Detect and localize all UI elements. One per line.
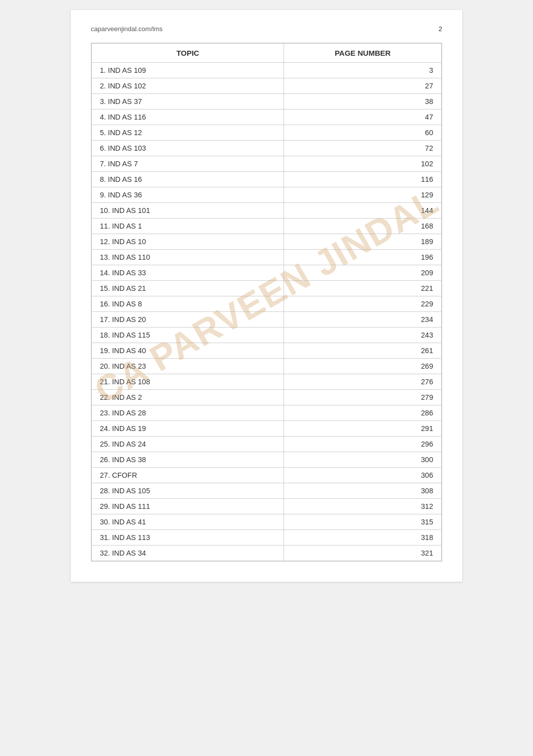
- page-cell: 243: [284, 328, 442, 343]
- page-cell: 315: [284, 514, 442, 530]
- table-row: 30. IND AS 41315: [92, 514, 442, 530]
- table-row: 11. IND AS 1168: [92, 219, 442, 234]
- page-cell: 168: [284, 219, 442, 234]
- table-row: 9. IND AS 36129: [92, 187, 442, 203]
- content-table: TOPIC PAGE NUMBER 1. IND AS 10932. IND A…: [91, 43, 442, 561]
- topic-cell: 26. IND AS 38: [92, 452, 284, 468]
- topic-cell: 32. IND AS 34: [92, 546, 284, 561]
- table-row: 3. IND AS 3738: [92, 94, 442, 110]
- page-cell: 279: [284, 390, 442, 405]
- page-cell: 209: [284, 265, 442, 281]
- table-row: 29. IND AS 111312: [92, 499, 442, 514]
- table-row: 26. IND AS 38300: [92, 452, 442, 468]
- page-cell: 144: [284, 203, 442, 219]
- topic-cell: 6. IND AS 103: [92, 141, 284, 156]
- page-cell: 196: [284, 250, 442, 265]
- page-cell: 3: [284, 63, 442, 78]
- table-row: 1. IND AS 1093: [92, 63, 442, 78]
- table-row: 18. IND AS 115243: [92, 328, 442, 343]
- page-cell: 321: [284, 546, 442, 561]
- topic-cell: 4. IND AS 116: [92, 110, 284, 125]
- page-cell: 189: [284, 234, 442, 250]
- topic-cell: 10. IND AS 101: [92, 203, 284, 219]
- topic-cell: 7. IND AS 7: [92, 156, 284, 172]
- table-row: 24. IND AS 19291: [92, 421, 442, 437]
- topic-cell: 12. IND AS 10: [92, 234, 284, 250]
- table-row: 6. IND AS 10372: [92, 141, 442, 156]
- page-cell: 129: [284, 187, 442, 203]
- topic-cell: 24. IND AS 19: [92, 421, 284, 437]
- page-cell: 306: [284, 468, 442, 483]
- topic-cell: 25. IND AS 24: [92, 437, 284, 452]
- table-row: 22. IND AS 2279: [92, 390, 442, 405]
- table-row: 8. IND AS 16116: [92, 172, 442, 187]
- page-cell: 38: [284, 94, 442, 110]
- topic-cell: 2. IND AS 102: [92, 78, 284, 94]
- table-row: 14. IND AS 33209: [92, 265, 442, 281]
- col-page-header: PAGE NUMBER: [284, 44, 442, 63]
- table-row: 17. IND AS 20234: [92, 312, 442, 328]
- page-cell: 60: [284, 125, 442, 141]
- table-row: 10. IND AS 101144: [92, 203, 442, 219]
- page-cell: 47: [284, 110, 442, 125]
- topic-cell: 1. IND AS 109: [92, 63, 284, 78]
- page-cell: 308: [284, 483, 442, 499]
- page-cell: 296: [284, 437, 442, 452]
- page-cell: 229: [284, 296, 442, 312]
- table-row: 5. IND AS 1260: [92, 125, 442, 141]
- table-row: 28. IND AS 105308: [92, 483, 442, 499]
- topic-cell: 28. IND AS 105: [92, 483, 284, 499]
- page-cell: 221: [284, 281, 442, 296]
- table-row: 2. IND AS 10227: [92, 78, 442, 94]
- topic-cell: 19. IND AS 40: [92, 343, 284, 359]
- topic-cell: 21. IND AS 108: [92, 374, 284, 390]
- table-row: 12. IND AS 10189: [92, 234, 442, 250]
- table-row: 25. IND AS 24296: [92, 437, 442, 452]
- topic-cell: 16. IND AS 8: [92, 296, 284, 312]
- table-row: 27. CFOFR306: [92, 468, 442, 483]
- topic-cell: 22. IND AS 2: [92, 390, 284, 405]
- page-cell: 318: [284, 530, 442, 546]
- page-cell: 286: [284, 405, 442, 421]
- topic-cell: 8. IND AS 16: [92, 172, 284, 187]
- table-row: 20. IND AS 23269: [92, 359, 442, 374]
- table-row: 19. IND AS 40261: [92, 343, 442, 359]
- table-row: 16. IND AS 8229: [92, 296, 442, 312]
- col-topic-header: TOPIC: [92, 44, 284, 63]
- topic-cell: 30. IND AS 41: [92, 514, 284, 530]
- topic-cell: 11. IND AS 1: [92, 219, 284, 234]
- table-row: 15. IND AS 21221: [92, 281, 442, 296]
- page-cell: 291: [284, 421, 442, 437]
- topic-cell: 20. IND AS 23: [92, 359, 284, 374]
- topic-cell: 3. IND AS 37: [92, 94, 284, 110]
- page-cell: 300: [284, 452, 442, 468]
- topic-cell: 9. IND AS 36: [92, 187, 284, 203]
- page-cell: 312: [284, 499, 442, 514]
- table-wrapper: TOPIC PAGE NUMBER 1. IND AS 10932. IND A…: [91, 43, 442, 562]
- topic-cell: 17. IND AS 20: [92, 312, 284, 328]
- site-url: caparveenjindal.com/lms: [91, 25, 163, 33]
- page-header: caparveenjindal.com/lms 2: [91, 25, 442, 33]
- page-cell: 27: [284, 78, 442, 94]
- page-number: 2: [439, 25, 442, 33]
- table-row: 23. IND AS 28286: [92, 405, 442, 421]
- page-cell: 72: [284, 141, 442, 156]
- table-row: 21. IND AS 108276: [92, 374, 442, 390]
- topic-cell: 15. IND AS 21: [92, 281, 284, 296]
- page-cell: 102: [284, 156, 442, 172]
- topic-cell: 27. CFOFR: [92, 468, 284, 483]
- table-row: 4. IND AS 11647: [92, 110, 442, 125]
- page-container: caparveenjindal.com/lms 2 CA PARVEEN JIN…: [71, 10, 462, 582]
- page-cell: 116: [284, 172, 442, 187]
- page-cell: 261: [284, 343, 442, 359]
- topic-cell: 23. IND AS 28: [92, 405, 284, 421]
- page-cell: 276: [284, 374, 442, 390]
- topic-cell: 14. IND AS 33: [92, 265, 284, 281]
- page-cell: 234: [284, 312, 442, 328]
- table-row: 31. IND AS 113318: [92, 530, 442, 546]
- topic-cell: 31. IND AS 113: [92, 530, 284, 546]
- table-row: 7. IND AS 7102: [92, 156, 442, 172]
- table-row: 13. IND AS 110196: [92, 250, 442, 265]
- topic-cell: 13. IND AS 110: [92, 250, 284, 265]
- page-cell: 269: [284, 359, 442, 374]
